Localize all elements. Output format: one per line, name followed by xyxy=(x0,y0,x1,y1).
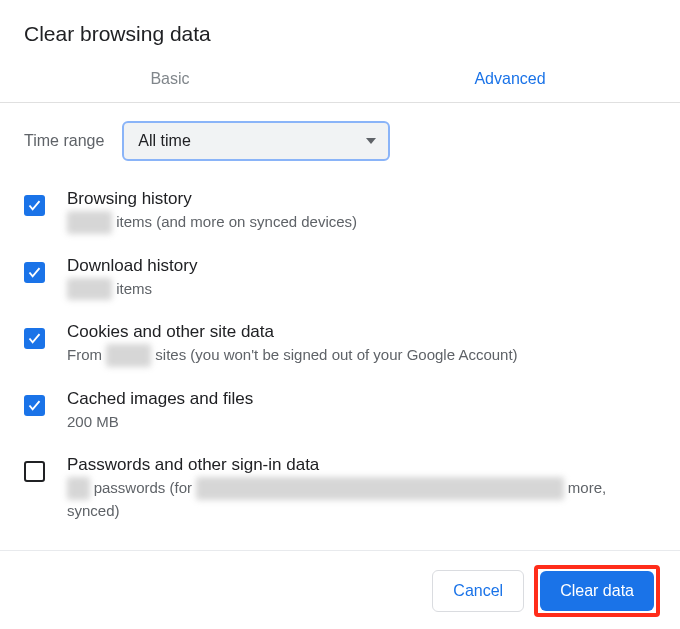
option-cookies: Cookies and other site data From xxxxxx … xyxy=(24,322,656,367)
time-range-value: All time xyxy=(138,132,190,150)
time-range-row: Time range All time xyxy=(24,121,656,161)
option-title: Cached images and files xyxy=(67,389,656,409)
redacted: xxxxxxxxxxxxxxxxxxxxxxxxxxxxxxxxxxxxxxxx… xyxy=(196,477,564,500)
option-text: Download history xxxxxx items xyxy=(67,256,656,301)
highlight-annotation: Clear data xyxy=(534,565,660,617)
option-passwords: Passwords and other sign-in data xxx pas… xyxy=(24,455,656,522)
option-subtitle: xxx passwords (for xxxxxxxxxxxxxxxxxxxxx… xyxy=(67,477,656,522)
option-title: Download history xyxy=(67,256,656,276)
tab-basic[interactable]: Basic xyxy=(0,58,340,102)
checkbox-download-history[interactable] xyxy=(24,262,45,283)
option-text: Browsing history xxxxxx items (and more … xyxy=(67,189,656,234)
option-title: Browsing history xyxy=(67,189,656,209)
redacted: xxxxxx xyxy=(67,278,112,301)
dialog-footer: Cancel Clear data xyxy=(0,551,680,617)
redacted: xxx xyxy=(67,477,90,500)
clear-data-button[interactable]: Clear data xyxy=(540,571,654,611)
time-range-label: Time range xyxy=(24,132,104,150)
redacted: xxxxxx xyxy=(106,344,151,367)
option-text: Cached images and files 200 MB xyxy=(67,389,656,434)
option-subtitle: xxxxxx items xyxy=(67,278,656,301)
time-range-select[interactable]: All time xyxy=(122,121,390,161)
chevron-down-icon xyxy=(366,138,376,144)
clear-browsing-data-dialog: Clear browsing data Basic Advanced Time … xyxy=(0,0,680,629)
option-browsing-history: Browsing history xxxxxx items (and more … xyxy=(24,189,656,234)
option-download-history: Download history xxxxxx items xyxy=(24,256,656,301)
option-text: Passwords and other sign-in data xxx pas… xyxy=(67,455,656,522)
checkbox-cookies[interactable] xyxy=(24,328,45,349)
option-subtitle: 200 MB xyxy=(67,411,656,434)
tab-advanced[interactable]: Advanced xyxy=(340,58,680,102)
redacted: xxxxxx xyxy=(67,211,112,234)
option-title: Passwords and other sign-in data xyxy=(67,455,656,475)
checkbox-cached[interactable] xyxy=(24,395,45,416)
option-cached: Cached images and files 200 MB xyxy=(24,389,656,434)
option-subtitle: xxxxxx items (and more on synced devices… xyxy=(67,211,656,234)
option-title: Cookies and other site data xyxy=(67,322,656,342)
dialog-title: Clear browsing data xyxy=(0,0,680,58)
option-subtitle: From xxxxxx sites (you won't be signed o… xyxy=(67,344,656,367)
option-text: Cookies and other site data From xxxxxx … xyxy=(67,322,656,367)
cancel-button[interactable]: Cancel xyxy=(432,570,524,612)
dialog-body: Time range All time Browsing history xxx… xyxy=(0,103,680,532)
checkbox-passwords[interactable] xyxy=(24,461,45,482)
tabs: Basic Advanced xyxy=(0,58,680,103)
options-list: Browsing history xxxxxx items (and more … xyxy=(24,189,656,522)
checkbox-browsing-history[interactable] xyxy=(24,195,45,216)
